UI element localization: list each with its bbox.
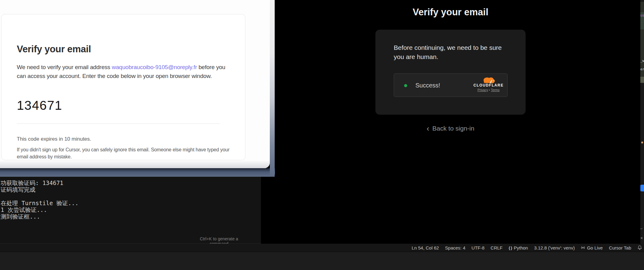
chevron-left-icon: ‹ [427,124,429,133]
cloudflare-turnstile-widget[interactable]: Success! CLOUDFLARE Privacy • Terms [394,73,508,97]
privacy-link[interactable]: Privacy [477,88,488,92]
editor-marker-dot [641,142,643,143]
sidebar-button-sliver[interactable] [640,185,644,191]
editor-edge-sliver: co _w er ↵ × [640,0,644,244]
braces-icon: { } [508,246,512,250]
code-expiry-note: This code expires in 10 minutes. [17,136,91,142]
editor-code-fragment: er [640,67,644,71]
editor-sliver-block [640,77,644,83]
cursor-tab-status[interactable]: Cursor Tab [609,245,631,250]
indentation-status[interactable]: Spaces: 4 [445,245,465,250]
turnstile-links: Privacy • Terms [477,88,499,92]
encoding-status[interactable]: UTF-8 [472,245,485,250]
terms-link[interactable]: Terms [491,88,500,92]
page-title: Verify your email [375,7,526,18]
email-window-shadow [0,168,275,177]
cloudflare-cloud-icon [481,76,497,84]
status-bar: Ln 54, Col 62 Spaces: 4 UTF-8 CRLF { }Py… [0,244,644,252]
email-body-prefix: We need to verify your email address [17,64,112,70]
notification-bell-icon[interactable] [637,245,642,250]
cloudflare-brand-block: CLOUDFLARE Privacy • Terms [473,76,504,92]
terminal-panel[interactable]: 功获取验证码: 134671 证码填写完成 在处理 Turnstile 验证..… [0,177,261,244]
close-icon[interactable]: × [640,235,644,240]
language-label: Python [514,245,528,250]
terminal-line: 证码填写完成 [1,186,35,194]
broadcast-icon [581,246,585,250]
email-content-card: Verify your email We need to verify your… [1,14,245,160]
taskbar: ⚙ ☁ 中 S 1:43 PM [0,252,644,270]
turnstile-status: Success! [415,82,440,89]
email-window-scrollbar[interactable] [270,0,275,177]
editor-sliver-block [640,2,644,12]
go-live-label: Go Live [587,245,603,250]
return-icon: ↵ [640,226,644,230]
back-to-signin-label: Back to sign-in [432,125,474,132]
terminal-line: 测到验证框... [1,213,40,221]
go-live-button[interactable]: Go Live [581,245,603,250]
email-address-link[interactable]: waquobraucoibo-9105@noreply.fr [112,64,197,70]
editor-code-fragment: _w [640,59,644,63]
python-interpreter-status[interactable]: 3.12.8 ('venv': venv) [534,245,575,250]
editor-code-fragment: co [640,13,644,17]
human-check-text: Before continuing, we need to be sure yo… [394,43,508,61]
language-status[interactable]: { }Python [508,245,528,250]
email-body-text: We need to verify your email address waq… [17,63,228,80]
back-to-signin-link[interactable]: ‹Back to sign-in [375,124,526,133]
ignore-note: If you didn't sign up for Cursor, you ca… [17,146,232,160]
cursor-position-status[interactable]: Ln 54, Col 62 [412,245,439,250]
email-window: Verify your email We need to verify your… [0,0,270,168]
success-dot-icon [404,84,407,87]
eol-status[interactable]: CRLF [490,245,502,250]
cloudflare-wordmark: CLOUDFLARE [473,83,504,87]
links-separator: • [489,88,490,92]
human-check-card: Before continuing, we need to be sure yo… [375,30,526,115]
divider [17,124,220,124]
desktop-screen: co _w er ↵ × Verify your email We need t… [0,0,644,270]
verification-code: 134671 [17,98,62,113]
email-title: Verify your email [17,44,91,55]
